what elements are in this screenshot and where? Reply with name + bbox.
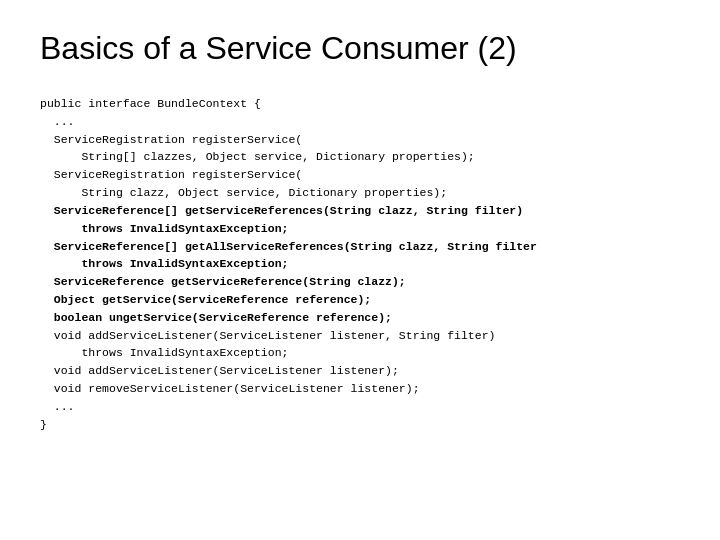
code-line: ServiceReference[] getAllServiceReferenc… <box>40 238 680 256</box>
code-line: ServiceRegistration registerService( <box>40 166 680 184</box>
code-line: throws InvalidSyntaxException; <box>40 255 680 273</box>
code-line: boolean ungetService(ServiceReference re… <box>40 309 680 327</box>
code-block: public interface BundleContext { ... Ser… <box>40 95 680 433</box>
code-line: ServiceReference getServiceReference(Str… <box>40 273 680 291</box>
code-line: ServiceReference[] getServiceReferences(… <box>40 202 680 220</box>
code-line: String[] clazzes, Object service, Dictio… <box>40 148 680 166</box>
code-line: ... <box>40 398 680 416</box>
slide-title: Basics of a Service Consumer (2) <box>40 30 680 67</box>
code-line: public interface BundleContext { <box>40 95 680 113</box>
code-line: } <box>40 416 680 434</box>
code-line: throws InvalidSyntaxException; <box>40 220 680 238</box>
code-line: ... <box>40 113 680 131</box>
code-line: void addServiceListener(ServiceListener … <box>40 362 680 380</box>
code-line: throws InvalidSyntaxException; <box>40 344 680 362</box>
code-line: String clazz, Object service, Dictionary… <box>40 184 680 202</box>
code-line: void removeServiceListener(ServiceListen… <box>40 380 680 398</box>
slide: Basics of a Service Consumer (2) public … <box>0 0 720 540</box>
code-line: Object getService(ServiceReference refer… <box>40 291 680 309</box>
code-line: void addServiceListener(ServiceListener … <box>40 327 680 345</box>
code-line: ServiceRegistration registerService( <box>40 131 680 149</box>
